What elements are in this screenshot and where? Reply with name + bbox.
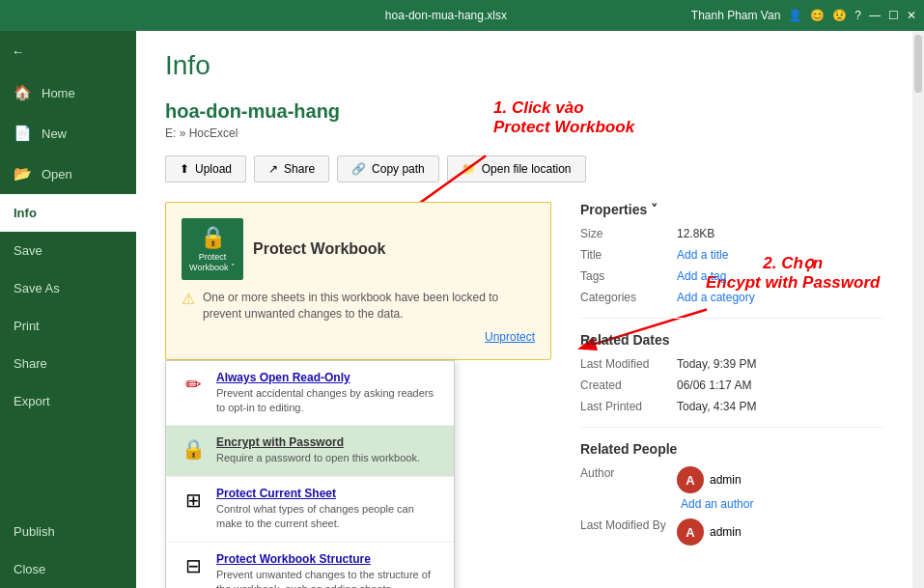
copy-path-button[interactable]: 🔗 Copy path bbox=[337, 155, 439, 182]
sidebar-print-label: Print bbox=[14, 319, 40, 333]
related-dates-label: Related Dates bbox=[580, 332, 670, 348]
lock-icon: 🔒 bbox=[200, 225, 226, 250]
feedback-icon: 😟 bbox=[832, 9, 847, 22]
prop-last-modified-by-label: Last Modified By bbox=[580, 518, 677, 546]
prop-created-label: Created bbox=[580, 378, 677, 392]
sidebar-back-button[interactable]: ← bbox=[0, 31, 136, 72]
prop-title-value[interactable]: Add a title bbox=[677, 248, 728, 262]
encrypt-icon: 🔒 bbox=[180, 437, 207, 461]
prop-last-printed-value: Today, 4:34 PM bbox=[677, 400, 757, 413]
prop-size: Size 12.8KB bbox=[580, 227, 883, 240]
sidebar-export-label: Export bbox=[14, 394, 50, 408]
protect-icon-label: ProtectWorkbook ˅ bbox=[189, 252, 236, 273]
prop-tags-value[interactable]: Add a tag bbox=[677, 269, 726, 283]
upload-icon: ⬆ bbox=[180, 162, 189, 176]
sidebar-saveas-label: Save As bbox=[14, 281, 60, 295]
action-buttons: ⬆ Upload ↗ Share 🔗 Copy path 📁 Open file… bbox=[165, 155, 883, 182]
scrollbar[interactable] bbox=[912, 31, 924, 588]
sidebar: ← 🏠 Home 📄 New 📂 Open Info Save Save As … bbox=[0, 31, 136, 588]
sidebar-item-share[interactable]: Share bbox=[0, 345, 136, 382]
help-icon[interactable]: ? bbox=[854, 9, 861, 22]
prop-created: Created 06/06 1:17 AM bbox=[580, 378, 883, 392]
sidebar-save-label: Save bbox=[14, 243, 42, 258]
unprotect-link[interactable]: Unprotect bbox=[485, 330, 535, 344]
properties-section-title: Properties ˅ bbox=[580, 202, 883, 217]
properties-title-label: Properties ˅ bbox=[580, 202, 658, 217]
author-avatar: A bbox=[677, 466, 704, 493]
upload-button[interactable]: ⬆ Upload bbox=[165, 155, 246, 182]
dropdown-item-protect-sheet[interactable]: ⊞ Protect Current Sheet Control what typ… bbox=[166, 477, 454, 543]
open-location-label: Open file location bbox=[482, 162, 572, 176]
dropdown-item-encrypt[interactable]: 🔒 Encrypt with Password Require a passwo… bbox=[166, 426, 454, 476]
last-modified-avatar: A bbox=[677, 518, 704, 546]
sidebar-item-open[interactable]: 📂 Open bbox=[0, 154, 136, 194]
protect-header: 🔒 ProtectWorkbook ˅ Protect Workbook bbox=[182, 218, 535, 280]
sidebar-item-print[interactable]: Print bbox=[0, 307, 136, 345]
sidebar-item-publish[interactable]: Publish bbox=[0, 513, 136, 550]
new-icon: 📄 bbox=[14, 125, 32, 142]
prop-author-label: Author bbox=[580, 466, 677, 511]
sidebar-item-save[interactable]: Save bbox=[0, 232, 136, 269]
copy-path-label: Copy path bbox=[372, 162, 425, 176]
info-content: 1. Click vàoProtect Workbook 2. ChọnEncy… bbox=[136, 31, 912, 588]
prop-categories-value[interactable]: Add a category bbox=[677, 291, 755, 304]
sidebar-close-label: Close bbox=[14, 562, 45, 576]
sidebar-open-label: Open bbox=[42, 167, 72, 182]
last-modified-name: admin bbox=[710, 525, 742, 539]
related-people-title: Related People bbox=[580, 441, 883, 457]
prop-size-value: 12.8KB bbox=[677, 227, 714, 240]
read-only-text: Always Open Read-Only Prevent accidental… bbox=[216, 371, 440, 416]
related-people-label: Related People bbox=[580, 441, 677, 457]
open-location-button[interactable]: 📁 Open file location bbox=[447, 155, 586, 182]
username-label: Thanh Pham Van bbox=[691, 9, 781, 22]
user-avatar-icon: 👤 bbox=[788, 9, 802, 22]
sidebar-item-home[interactable]: 🏠 Home bbox=[0, 72, 136, 113]
last-modified-by-row: A admin bbox=[677, 518, 742, 546]
close-button[interactable]: ✕ bbox=[907, 9, 916, 22]
app-body: ← 🏠 Home 📄 New 📂 Open Info Save Save As … bbox=[0, 31, 924, 588]
titlebar-filename: hoa-don-mua-hang.xlsx bbox=[385, 9, 507, 22]
prop-title: Title Add a title bbox=[580, 248, 883, 262]
protect-structure-desc: Prevent unwanted changes to the structur… bbox=[216, 568, 440, 588]
sidebar-item-close[interactable]: Close bbox=[0, 550, 136, 588]
prop-size-label: Size bbox=[580, 227, 677, 240]
sidebar-item-new[interactable]: 📄 New bbox=[0, 113, 136, 154]
encrypt-desc: Require a password to open this workbook… bbox=[216, 451, 420, 465]
prop-last-modified-label: Last Modified bbox=[580, 357, 677, 371]
copy-path-icon: 🔗 bbox=[351, 162, 366, 176]
minimize-button[interactable]: — bbox=[869, 9, 881, 22]
properties-panel: Properties ˅ Size 12.8KB Title Add a tit… bbox=[580, 202, 883, 588]
page-title: Info bbox=[165, 50, 883, 81]
scrollbar-thumb[interactable] bbox=[914, 35, 922, 93]
protect-workbook-button[interactable]: 🔒 ProtectWorkbook ˅ bbox=[182, 218, 243, 280]
sidebar-item-info[interactable]: Info bbox=[0, 194, 136, 232]
sidebar-item-export[interactable]: Export bbox=[0, 382, 136, 420]
author-name: admin bbox=[710, 473, 742, 487]
maximize-button[interactable]: ☐ bbox=[888, 9, 899, 22]
prop-tags: Tags Add a tag bbox=[580, 269, 883, 283]
open-icon: 📂 bbox=[14, 165, 32, 182]
add-author-link[interactable]: Add an author bbox=[681, 497, 753, 511]
encrypt-title: Encrypt with Password bbox=[216, 435, 420, 449]
open-location-icon: 📁 bbox=[462, 162, 476, 176]
prop-title-label: Title bbox=[580, 248, 677, 262]
sidebar-share-label: Share bbox=[14, 356, 47, 371]
protect-structure-text: Protect Workbook Structure Prevent unwan… bbox=[216, 552, 440, 588]
encrypt-text: Encrypt with Password Require a password… bbox=[216, 435, 420, 465]
protect-workbook-title: Protect Workbook bbox=[253, 240, 386, 258]
sidebar-home-label: Home bbox=[42, 86, 75, 100]
share-icon: ↗ bbox=[268, 162, 278, 176]
sidebar-publish-label: Publish bbox=[14, 524, 55, 539]
sidebar-item-saveas[interactable]: Save As bbox=[0, 269, 136, 307]
share-label: Share bbox=[284, 162, 315, 176]
prop-last-printed-label: Last Printed bbox=[580, 400, 677, 413]
emoji-icon: 😊 bbox=[810, 9, 825, 22]
protect-dropdown-menu: ✏ Always Open Read-Only Prevent accident… bbox=[165, 360, 455, 588]
protect-structure-icon: ⊟ bbox=[180, 554, 207, 577]
prop-categories: Categories Add a category bbox=[580, 291, 883, 304]
dropdown-item-read-only[interactable]: ✏ Always Open Read-Only Prevent accident… bbox=[166, 361, 454, 427]
share-button[interactable]: ↗ Share bbox=[254, 155, 329, 182]
protect-sheet-title: Protect Current Sheet bbox=[216, 487, 440, 500]
prop-author: Author A admin Add an author bbox=[580, 466, 883, 511]
dropdown-item-protect-structure[interactable]: ⊟ Protect Workbook Structure Prevent unw… bbox=[166, 543, 454, 588]
